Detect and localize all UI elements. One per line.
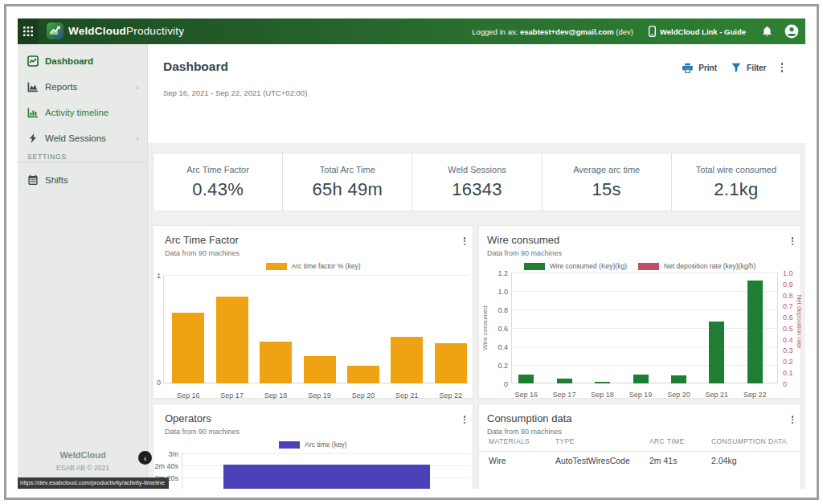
card-subtitle: Data from 90 machines — [487, 428, 562, 436]
legend-swatch — [638, 263, 659, 270]
app-launcher-button[interactable] — [18, 18, 39, 44]
right-y-tick-label: 0.1 — [783, 369, 797, 377]
gridline — [512, 309, 777, 310]
y-tick-label: 3m — [151, 450, 178, 458]
brand-title[interactable]: WeldCloudProductivity — [68, 18, 184, 44]
y-tick-label: 2m 40s — [151, 462, 178, 470]
kpi-label: Total wire consumed — [672, 165, 800, 174]
weldcloud-logo-icon[interactable] — [47, 23, 63, 39]
card-more-menu[interactable] — [464, 236, 466, 246]
sidebar-collapse-button[interactable]: ‹ — [138, 451, 152, 465]
card-more-menu[interactable] — [792, 415, 794, 424]
bar-sep-19 — [633, 375, 649, 383]
bar-sep-20 — [347, 366, 379, 383]
legend-swatch — [266, 263, 287, 270]
account-circle-icon[interactable] — [784, 24, 799, 39]
footer-brand: WeldCloud — [18, 450, 148, 460]
bar-operator-arc-time — [223, 465, 430, 489]
consumption-data-card: Consumption data Data from 90 machines M… — [478, 404, 801, 489]
link-preview-statusbar: https://dev.esabcloud.com/productivity/a… — [18, 477, 169, 489]
print-button[interactable]: Print — [682, 63, 717, 73]
kpi-summary-card: Arc Time Factor 0.43% Total Arc Time 65h… — [153, 153, 801, 211]
x-tick-label: Sep 16 — [166, 391, 210, 400]
column-header: MATERIALS — [489, 437, 530, 445]
kpi-total-wire-consumed: Total wire consumed 2.1kg — [671, 154, 800, 211]
chevron-right-icon: › — [136, 83, 139, 92]
brand-light: Productivity — [126, 25, 184, 37]
sidebar-section-settings: SETTINGS — [18, 151, 147, 162]
sidebar-item-shifts[interactable]: Shifts — [18, 167, 147, 193]
sidebar-item-label: Dashboard — [45, 56, 139, 66]
reports-area-chart-icon — [27, 81, 39, 92]
filter-funnel-icon — [731, 63, 741, 72]
cell-arc-time: 2m 41s — [649, 456, 677, 465]
topbar-right-cluster: Logged in as: esabtest+dev@gmail.com (de… — [472, 18, 799, 44]
right-y-tick-label: 0.9 — [783, 281, 797, 289]
weldcloud-link-guide[interactable]: WeldCloud Link - Guide — [649, 26, 746, 37]
right-y-tick-label: 1.0 — [783, 269, 797, 277]
top-app-bar: WeldCloudProductivity Logged in as: esab… — [18, 18, 805, 44]
calendar-icon — [27, 174, 39, 186]
sidebar-item-label: Shifts — [45, 175, 139, 185]
filter-button[interactable]: Filter — [731, 63, 766, 72]
lightning-bolt-icon — [27, 133, 39, 144]
page-title: Dashboard — [163, 59, 228, 74]
card-subtitle: Data from 90 machines — [165, 249, 240, 257]
kpi-total-arc-time: Total Arc Time 65h 49m — [282, 154, 412, 211]
legend-label: Wire consumed (Key)(kg) — [550, 262, 627, 270]
card-title: Operators — [165, 412, 211, 424]
y-tick-label: 0 — [491, 380, 508, 388]
kpi-average-arc-time: Average arc time 15s — [542, 154, 671, 211]
kpi-value: 2.1kg — [672, 179, 800, 200]
kpi-label: Average arc time — [543, 165, 671, 174]
sidebar-footer: WeldCloud ESAB AB © 2021 — [18, 450, 148, 472]
chevron-right-icon: › — [136, 134, 139, 143]
header-more-menu[interactable] — [781, 62, 784, 73]
bar-sep-17 — [216, 297, 248, 383]
bar-sep-16 — [518, 375, 534, 383]
notifications-bell-icon[interactable] — [762, 26, 772, 37]
bar-sep-21 — [391, 337, 423, 383]
sidebar-navigation: Dashboard Reports › — [18, 44, 148, 489]
x-tick-label: Sep 16 — [507, 391, 545, 399]
header-actions: Print Filter — [682, 62, 783, 73]
card-subtitle: Data from 90 machines — [165, 428, 240, 436]
y-tick-label: 0.4 — [491, 343, 508, 351]
filter-label: Filter — [747, 64, 766, 72]
statusbar-url-text: https://dev.esabcloud.com/productivity/a… — [20, 479, 165, 486]
cell-materials: Wire — [489, 456, 506, 465]
arc-time-factor-plot: 10Sep 16Sep 17Sep 18Sep 19Sep 20Sep 21Se… — [163, 275, 469, 383]
gridline — [164, 275, 469, 276]
bar-sep-22 — [435, 343, 467, 383]
y-tick-label: 1.0 — [491, 288, 508, 296]
x-tick-label: Sep 21 — [385, 391, 428, 400]
kpi-value: 0.43% — [154, 179, 282, 200]
sidebar-menu: Dashboard Reports › — [18, 44, 147, 193]
sidebar-item-dashboard[interactable]: Dashboard — [18, 48, 147, 74]
sidebar-item-reports[interactable]: Reports › — [18, 74, 147, 100]
y-tick-label: 1 — [151, 272, 161, 280]
card-title: Consumption data — [487, 412, 572, 424]
sidebar-item-label: Reports — [45, 82, 136, 92]
card-more-menu[interactable] — [464, 415, 466, 424]
kpi-weld-sessions: Weld Sessions 16343 — [412, 154, 541, 211]
gridline — [512, 291, 777, 292]
right-y-tick-label: 0 — [783, 380, 797, 388]
y-tick-label: 0.6 — [491, 325, 508, 333]
sidebar-item-weld-sessions[interactable]: Weld Sessions › — [18, 125, 147, 151]
x-tick-label: Sep 22 — [429, 391, 473, 400]
bar-sep-18 — [260, 342, 292, 383]
kpi-label: Arc Time Factor — [154, 165, 282, 174]
x-tick-label: Sep 20 — [660, 391, 698, 399]
left-axis-label: Wire consumed — [481, 305, 489, 350]
sidebar-item-activity-timeline[interactable]: Activity timeline — [18, 100, 147, 125]
guide-label: WeldCloud Link - Guide — [660, 27, 746, 36]
kpi-arc-time-factor: Arc Time Factor 0.43% — [154, 154, 282, 211]
date-range: Sep 16, 2021 - Sep 22, 2021 (UTC+02:00) — [163, 88, 307, 97]
column-header: TYPE — [555, 437, 575, 445]
x-tick-label: Sep 22 — [736, 391, 774, 399]
arc-time-factor-card: Arc Time Factor Data from 90 machines Ar… — [153, 225, 473, 399]
chart-legend: Arc time factor % (key) — [154, 262, 473, 270]
card-more-menu[interactable] — [792, 236, 794, 246]
x-tick-label: Sep 20 — [342, 391, 385, 400]
